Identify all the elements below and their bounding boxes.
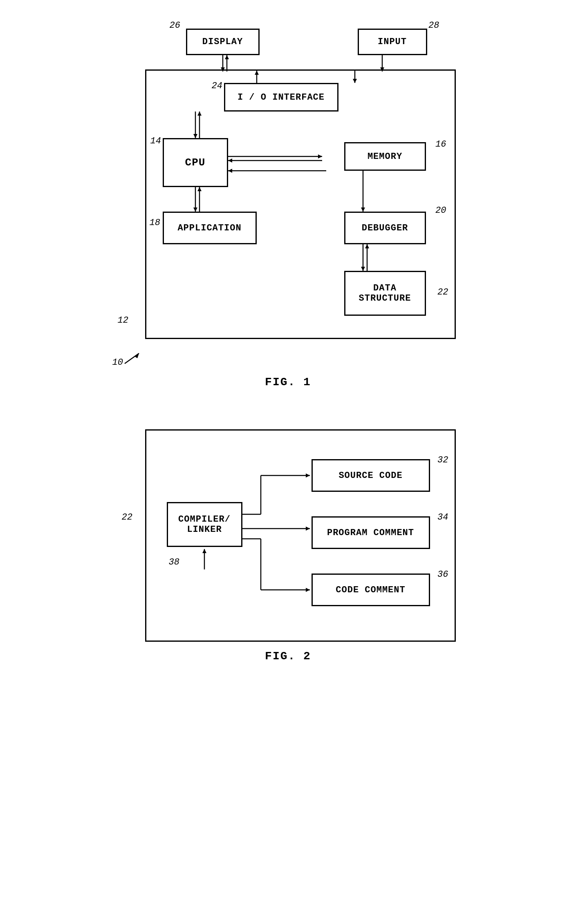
memory-block: MEMORY [344, 142, 426, 171]
ref-22-fig2: 22 [122, 512, 132, 522]
fig1-top-arrows [145, 16, 456, 69]
svg-marker-13 [197, 112, 202, 116]
ref-34: 34 [437, 512, 448, 522]
io-block: I / O INTERFACE [224, 83, 338, 112]
svg-marker-15 [318, 154, 322, 158]
fig1-label: FIG. 1 [265, 376, 311, 388]
fig1-section: 26 DISPLAY INPUT 28 [25, 16, 551, 388]
fig1-outer-box: 12 I / O INTERFACE 24 CPU 14 MEMORY [145, 69, 456, 339]
ref-18: 18 [150, 218, 160, 228]
svg-marker-21 [193, 208, 197, 212]
ref-10: 10 [112, 357, 123, 368]
fig2-outer-box: 22 COMPILER/ LINKER 38 SOURCE CODE 32 [145, 429, 456, 642]
ref-36: 36 [437, 569, 448, 580]
datastructure-block: DATA STRUCTURE [344, 271, 426, 316]
ref-38: 38 [169, 557, 179, 567]
svg-line-30 [125, 353, 139, 364]
fig2-label: FIG. 2 [265, 650, 311, 663]
application-block: APPLICATION [163, 212, 257, 244]
fig1-container: 26 DISPLAY INPUT 28 [112, 16, 464, 368]
svg-marker-19 [228, 169, 232, 173]
svg-marker-29 [365, 244, 369, 248]
svg-marker-43 [202, 549, 206, 553]
programcomment-block: PROGRAM COMMENT [312, 516, 430, 549]
ref-14: 14 [150, 136, 161, 146]
sourcecode-block: SOURCE CODE [312, 459, 430, 492]
debugger-block: DEBUGGER [344, 212, 426, 244]
ref-24: 24 [212, 81, 222, 91]
svg-marker-41 [306, 588, 310, 592]
codecomment-block: CODE COMMENT [312, 574, 430, 606]
fig1-ref10-arrow [123, 349, 147, 366]
svg-marker-17 [228, 158, 232, 163]
svg-marker-35 [306, 473, 310, 478]
ref-12: 12 [118, 315, 128, 326]
svg-marker-23 [197, 187, 202, 191]
svg-marker-25 [361, 208, 365, 212]
svg-marker-37 [306, 527, 310, 531]
svg-marker-11 [193, 134, 197, 138]
ref-20: 20 [435, 205, 446, 216]
svg-marker-7 [255, 71, 259, 75]
svg-marker-27 [361, 267, 365, 271]
svg-marker-9 [353, 79, 357, 83]
fig2-container: 22 COMPILER/ LINKER 38 SOURCE CODE 32 [112, 429, 464, 642]
cpu-block: CPU [163, 138, 228, 187]
fig2-section: 22 COMPILER/ LINKER 38 SOURCE CODE 32 [25, 429, 551, 663]
ref-32: 32 [437, 455, 448, 465]
svg-marker-3 [225, 55, 229, 59]
ref-16: 16 [435, 139, 446, 150]
compiler-block: COMPILER/ LINKER [167, 502, 242, 547]
ref-22-ds: 22 [437, 287, 448, 297]
